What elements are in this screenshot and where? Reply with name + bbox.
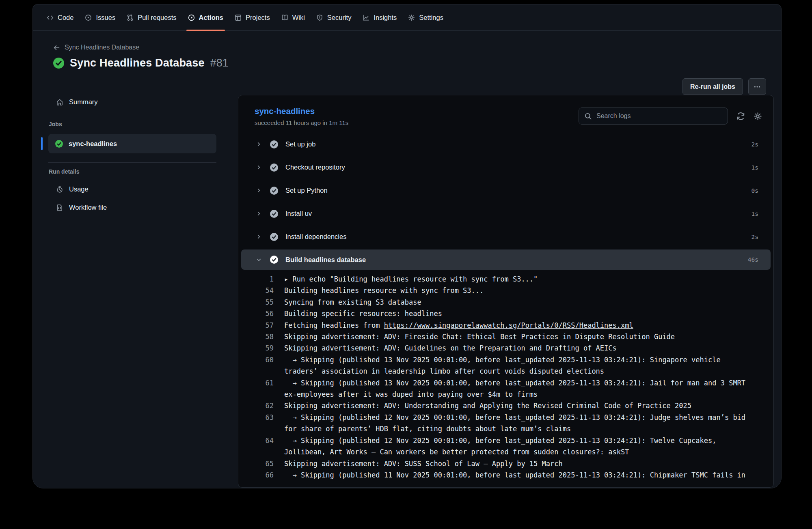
log-line: 60 → Skipping (published 13 Nov 2025 00:… — [238, 354, 773, 377]
run-header: Sync Headlines Database Sync Headlines D… — [33, 31, 781, 69]
step-check-icon — [270, 233, 278, 241]
job-title-link[interactable]: sync-headlines — [255, 106, 348, 116]
log-line-number[interactable]: 55 — [238, 297, 274, 308]
log-output: 1 ▸ Run echo "Building headlines resourc… — [238, 270, 773, 481]
log-line-number[interactable]: 61 — [238, 377, 274, 400]
step-name: Build headlines database — [285, 256, 748, 264]
book-icon — [281, 14, 288, 21]
log-url-link[interactable]: https://www.singaporelawwatch.sg/Portals… — [384, 321, 633, 329]
log-line-number[interactable]: 1 — [238, 273, 274, 285]
breadcrumb-label: Sync Headlines Database — [65, 44, 139, 51]
step-duration: 46s — [748, 256, 758, 263]
breadcrumb[interactable]: Sync Headlines Database — [53, 44, 139, 51]
run-sidebar: Summary Jobs sync-headlines Run details … — [41, 94, 216, 215]
sidebar-item-summary[interactable]: Summary — [41, 94, 216, 110]
log-line-number[interactable]: 57 — [238, 320, 274, 331]
step-name: Set up Python — [285, 187, 752, 194]
log-line-number[interactable]: 60 — [238, 354, 274, 377]
search-icon — [584, 112, 592, 120]
log-line-text: → Skipping (published 13 Nov 2025 00:01:… — [284, 377, 750, 400]
log-line: 61 → Skipping (published 13 Nov 2025 00:… — [238, 377, 773, 400]
log-line: 57 Fetching headlines from https://www.s… — [238, 320, 773, 331]
tab-label: Projects — [246, 14, 270, 22]
step-check-icon — [270, 210, 278, 218]
code-icon — [47, 14, 54, 21]
log-line: 55 Syncing from existing S3 database — [238, 297, 773, 308]
step-name: Install dependencies — [285, 233, 752, 241]
tab-security[interactable]: Security — [311, 4, 357, 30]
tab-label: Settings — [419, 14, 443, 22]
sidebar-item-label: Summary — [69, 98, 98, 106]
chevron-right-icon — [256, 234, 262, 240]
tab-actions[interactable]: Actions — [182, 4, 229, 30]
log-line-text: Building specific resources: headlines — [284, 308, 750, 319]
sidebar-item-workflow-file[interactable]: Workflow file — [41, 200, 216, 215]
log-line-text: Fetching headlines from https://www.sing… — [284, 320, 750, 331]
step-checkout-repository[interactable]: Checkout repository 1s — [238, 156, 773, 179]
log-line-text: → Skipping (published 11 Nov 2025 00:01:… — [284, 469, 750, 481]
tab-label: Code — [58, 14, 73, 22]
git-pull-request-icon — [127, 14, 134, 21]
step-build-headlines-database[interactable]: Build headlines database 46s — [241, 249, 771, 270]
success-check-icon — [53, 58, 64, 69]
play-circle-icon — [188, 14, 195, 21]
log-line-number[interactable]: 65 — [238, 458, 274, 469]
tab-label: Actions — [199, 14, 224, 22]
tab-label: Pull requests — [138, 14, 176, 22]
log-line-text: ▸ Run echo "Building headlines resource … — [284, 273, 750, 285]
rerun-all-jobs-button[interactable]: Re-run all jobs — [682, 78, 743, 95]
step-duration: 2s — [752, 234, 758, 240]
log-line: 63 → Skipping (published 12 Nov 2025 00:… — [238, 412, 773, 435]
repo-navbar: Code Issues Pull requests Actions Projec… — [33, 4, 781, 31]
tab-code[interactable]: Code — [41, 4, 79, 30]
step-set-up-job[interactable]: Set up job 2s — [238, 133, 773, 156]
log-line-number[interactable]: 64 — [238, 435, 274, 458]
log-line: 62 Skipping advertisement: ADV: Understa… — [238, 400, 773, 411]
log-settings-gear-icon[interactable] — [754, 112, 762, 120]
arrow-left-icon — [53, 44, 60, 51]
search-logs-input[interactable] — [596, 112, 722, 120]
tab-wiki[interactable]: Wiki — [276, 4, 311, 30]
log-line-number[interactable]: 59 — [238, 342, 274, 354]
step-install-uv[interactable]: Install uv 1s — [238, 202, 773, 225]
tab-projects[interactable]: Projects — [229, 4, 276, 30]
step-set-up-python[interactable]: Set up Python 0s — [238, 179, 773, 202]
selected-job-accent-bar — [41, 137, 43, 150]
step-check-icon — [270, 187, 278, 195]
log-line-number[interactable]: 63 — [238, 412, 274, 435]
log-line-text: Skipping advertisement: ADV: SUSS School… — [284, 458, 750, 469]
log-line: 66 → Skipping (published 11 Nov 2025 00:… — [238, 469, 773, 481]
tab-settings[interactable]: Settings — [402, 4, 449, 30]
log-line-number[interactable]: 58 — [238, 331, 274, 342]
search-logs-box[interactable] — [579, 108, 728, 125]
sidebar-job-sync-headlines[interactable]: sync-headlines — [48, 134, 216, 153]
log-line-text: Skipping advertisement: ADV: Understandi… — [284, 400, 750, 411]
sidebar-item-usage[interactable]: Usage — [41, 181, 216, 197]
step-name: Set up job — [285, 140, 752, 148]
log-line-text: Building headlines resource with sync fr… — [284, 285, 750, 296]
chevron-right-icon — [256, 211, 262, 217]
log-line-number[interactable]: 56 — [238, 308, 274, 319]
step-duration: 1s — [752, 164, 758, 171]
step-duration: 1s — [752, 211, 758, 217]
log-line-number[interactable]: 66 — [238, 469, 274, 481]
log-line: 56 Building specific resources: headline… — [238, 308, 773, 319]
tab-insights[interactable]: Insights — [357, 4, 402, 30]
chevron-right-icon — [256, 141, 262, 147]
step-duration: 2s — [752, 141, 758, 148]
log-line-text: → Skipping (published 13 Nov 2025 00:01:… — [284, 354, 750, 377]
refresh-logs-icon[interactable] — [736, 112, 745, 120]
log-line: 58 Skipping advertisement: ADV: Fireside… — [238, 331, 773, 342]
log-line-number[interactable]: 62 — [238, 400, 274, 411]
log-line-number[interactable]: 54 — [238, 285, 274, 296]
file-code-icon — [56, 204, 63, 211]
tab-pull-requests[interactable]: Pull requests — [121, 4, 182, 30]
job-status-text: succeeded 11 hours ago in 1m 11s — [255, 119, 348, 126]
step-install-dependencies[interactable]: Install dependencies 2s — [238, 225, 773, 248]
tab-label: Security — [327, 14, 352, 22]
tab-issues[interactable]: Issues — [79, 4, 121, 30]
table-icon — [235, 14, 242, 21]
sidebar-item-label: Usage — [69, 185, 89, 193]
issue-opened-icon — [85, 14, 92, 21]
more-options-button[interactable] — [748, 78, 766, 95]
